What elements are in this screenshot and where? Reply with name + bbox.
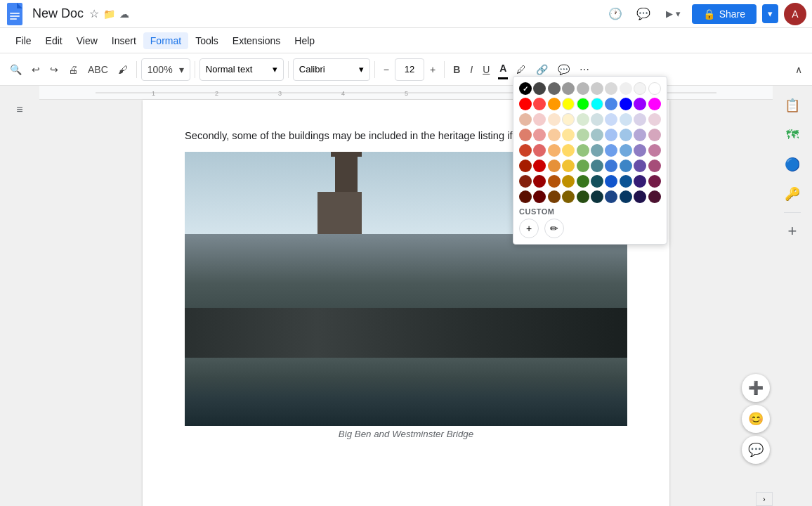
color-orange[interactable]: [548, 98, 561, 110]
present-icon[interactable]: ▶ ▾: [660, 3, 686, 25]
color-darkteal[interactable]: [591, 160, 603, 172]
color-purple[interactable]: [634, 98, 646, 110]
custom-add-button[interactable]: +: [519, 219, 539, 238]
add-action-btn[interactable]: ➕: [742, 374, 770, 402]
emoji-action-btn[interactable]: 😊: [742, 405, 770, 433]
color-verydarkpurple[interactable]: [634, 190, 646, 203]
color-cadet[interactable]: [591, 144, 603, 157]
menu-item-file[interactable]: File: [8, 32, 39, 49]
color-magenta[interactable]: [648, 98, 661, 110]
share-caret-button[interactable]: ▾: [762, 4, 778, 23]
comment-action-btn[interactable]: 💬: [742, 436, 770, 464]
color-blue[interactable]: [620, 98, 632, 110]
color-sage[interactable]: [577, 129, 589, 141]
color-raspberry[interactable]: [648, 160, 661, 172]
color-lightgray2[interactable]: [605, 82, 617, 95]
color-mauve[interactable]: [648, 129, 661, 141]
color-darkbrown[interactable]: [548, 190, 561, 203]
color-darkolive[interactable]: [562, 175, 575, 188]
color-burnt[interactable]: [519, 160, 532, 172]
menu-item-insert[interactable]: Insert: [105, 32, 143, 49]
color-verydarkcy[interactable]: [591, 190, 603, 203]
color-peach[interactable]: [548, 129, 561, 141]
color-ochre[interactable]: [548, 160, 561, 172]
color-lightpeach[interactable]: [548, 113, 561, 126]
underline-btn[interactable]: U: [478, 58, 494, 81]
sidebar-add-icon[interactable]: +: [778, 217, 806, 245]
color-medblue[interactable]: [605, 160, 617, 172]
color-lightpurple[interactable]: [634, 113, 646, 126]
color-medgreen[interactable]: [577, 144, 589, 157]
sidebar-icon-maps[interactable]: 🗺: [778, 121, 806, 149]
menu-item-extensions[interactable]: Extensions: [225, 32, 287, 49]
bold-btn[interactable]: B: [449, 58, 464, 81]
color-verydarkred1[interactable]: [519, 190, 532, 203]
font-size-box[interactable]: 12: [395, 58, 424, 81]
font-size-increase[interactable]: +: [426, 58, 440, 81]
color-darkgray1[interactable]: [533, 82, 546, 95]
color-cerulean[interactable]: [620, 160, 632, 172]
color-lightgray1[interactable]: [591, 82, 603, 95]
sidebar-icon-info[interactable]: 🔵: [778, 150, 806, 179]
color-red2[interactable]: [533, 98, 546, 110]
menu-item-tools[interactable]: Tools: [188, 32, 225, 49]
color-tomato[interactable]: [533, 144, 546, 157]
undo-btn[interactable]: ↩: [27, 58, 44, 81]
menu-item-edit[interactable]: Edit: [39, 32, 70, 49]
color-darkbrick[interactable]: [519, 175, 532, 188]
color-periwinkle[interactable]: [605, 129, 617, 141]
zoom-select[interactable]: 100% ▾: [141, 58, 190, 81]
text-color-btn[interactable]: A: [495, 58, 511, 81]
color-cornflower2[interactable]: [620, 144, 632, 157]
color-verydarkgreen[interactable]: [577, 190, 589, 203]
color-lightyellow2[interactable]: [562, 129, 575, 141]
menu-item-format[interactable]: Format: [143, 32, 188, 49]
color-olive[interactable]: [562, 160, 575, 172]
color-teal1[interactable]: [591, 129, 603, 141]
color-salmon[interactable]: [519, 129, 532, 141]
outline-icon[interactable]: ≡: [7, 97, 32, 122]
color-darkwine[interactable]: [648, 190, 661, 203]
color-darkred[interactable]: [533, 175, 546, 188]
color-lightgray3[interactable]: [620, 82, 632, 95]
color-medrose[interactable]: [648, 144, 661, 157]
history-icon[interactable]: 🕐: [604, 3, 627, 25]
color-lightblue2[interactable]: [620, 113, 632, 126]
search-toolbar-btn[interactable]: 🔍: [6, 58, 26, 81]
color-darkblue2[interactable]: [620, 175, 632, 188]
style-select[interactable]: Normal text ▾: [199, 58, 284, 81]
color-crimson[interactable]: [533, 160, 546, 172]
redo-btn[interactable]: ↪: [46, 58, 63, 81]
color-darkmagenta[interactable]: [648, 175, 661, 188]
color-yellow[interactable]: [562, 98, 575, 110]
font-size-decrease[interactable]: −: [379, 58, 393, 81]
sidebar-icon-key[interactable]: 🔑: [778, 180, 806, 208]
color-fern[interactable]: [577, 160, 589, 172]
color-medpurple[interactable]: [634, 144, 646, 157]
star-icon[interactable]: ☆: [89, 7, 99, 20]
eyedropper-button[interactable]: ✏: [544, 219, 564, 238]
share-button[interactable]: 🔒 Share: [692, 4, 757, 24]
color-lightcyan[interactable]: [591, 113, 603, 126]
color-lightrose[interactable]: [648, 113, 661, 126]
color-nearwhite[interactable]: [634, 82, 646, 95]
color-amber[interactable]: [548, 144, 561, 157]
comments-icon[interactable]: 💬: [632, 3, 655, 25]
expand-panel-btn[interactable]: ›: [756, 492, 773, 506]
color-red1[interactable]: [519, 98, 532, 110]
color-gray1[interactable]: [562, 82, 575, 95]
color-black[interactable]: [519, 82, 532, 95]
paint-format-btn[interactable]: 🖌: [114, 58, 132, 81]
color-brown[interactable]: [548, 175, 561, 188]
color-gold[interactable]: [562, 144, 575, 157]
sidebar-icon-outline[interactable]: 📋: [778, 91, 806, 119]
cloud-icon[interactable]: ☁: [119, 8, 129, 20]
menu-item-view[interactable]: View: [70, 32, 105, 49]
avatar[interactable]: A: [784, 3, 806, 25]
color-darkgray2[interactable]: [548, 82, 561, 95]
color-pink[interactable]: [533, 129, 546, 141]
color-cyan[interactable]: [591, 98, 603, 110]
color-brick[interactable]: [519, 144, 532, 157]
color-white[interactable]: [648, 82, 661, 95]
color-darkpurple[interactable]: [634, 175, 646, 188]
